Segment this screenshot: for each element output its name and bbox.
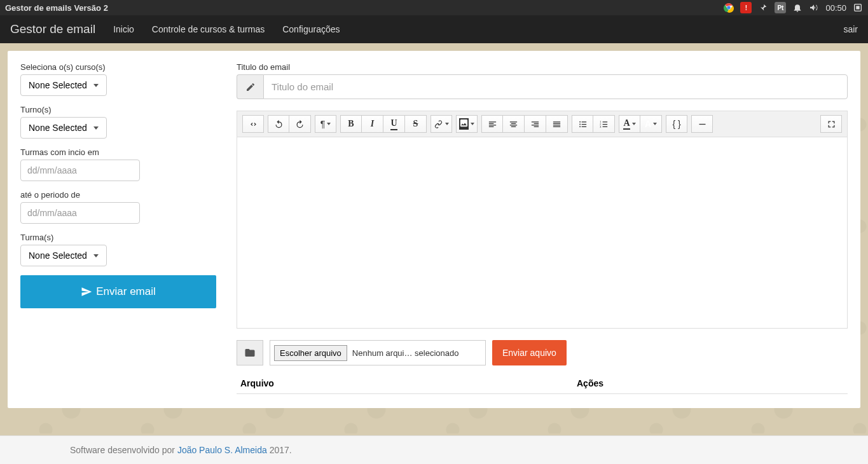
title-label: Titulo do email bbox=[237, 62, 848, 72]
paper-plane-icon bbox=[81, 286, 92, 297]
align-left-icon[interactable] bbox=[481, 115, 503, 133]
choose-file-button[interactable]: Escolher arquivo bbox=[274, 345, 347, 361]
svg-point-4 bbox=[579, 121, 581, 122]
turno-label: Turno(s) bbox=[20, 105, 223, 114]
svg-point-6 bbox=[579, 126, 581, 127]
chevron-down-icon bbox=[93, 126, 99, 130]
file-status-text: Nenhum arqui… selecionado bbox=[352, 348, 459, 358]
main-area: Titulo do email ¶ B bbox=[237, 62, 848, 394]
inicio-date-input[interactable] bbox=[20, 160, 140, 181]
editor-toolbar: ¶ B I U S bbox=[237, 111, 847, 137]
language-indicator[interactable]: Pt bbox=[775, 2, 786, 13]
file-input[interactable]: Escolher arquivo Nenhum arqui… seleciona… bbox=[270, 340, 486, 365]
svg-text:3: 3 bbox=[600, 125, 601, 128]
strike-icon[interactable]: S bbox=[405, 115, 427, 133]
underline-icon[interactable]: U bbox=[383, 115, 405, 133]
bg-color-icon[interactable]: A bbox=[640, 115, 662, 133]
italic-icon[interactable]: I bbox=[362, 115, 383, 133]
email-title-input[interactable] bbox=[263, 74, 848, 99]
sidebar: Seleciona o(s) curso(s) None Selected Tu… bbox=[20, 62, 223, 394]
svg-point-5 bbox=[579, 123, 581, 125]
paragraph-icon[interactable]: ¶ bbox=[315, 115, 336, 133]
turno-select[interactable]: None Selected bbox=[20, 117, 107, 139]
footer-suffix: 2017. bbox=[267, 445, 292, 455]
session-icon[interactable] bbox=[853, 3, 863, 13]
chrome-icon[interactable] bbox=[724, 3, 734, 13]
fim-date-input[interactable] bbox=[20, 202, 140, 224]
send-email-button[interactable]: Enviar email bbox=[20, 275, 216, 308]
chevron-down-icon bbox=[93, 84, 99, 87]
turma-label: Turma(s) bbox=[20, 233, 223, 242]
upload-file-button[interactable]: Enviar aquivo bbox=[492, 340, 567, 365]
alert-icon[interactable]: ! bbox=[740, 2, 752, 13]
file-upload-row: Escolher arquivo Nenhum arqui… seleciona… bbox=[237, 340, 848, 365]
pencil-icon bbox=[237, 74, 263, 99]
align-center-icon[interactable] bbox=[503, 115, 525, 133]
undo-icon[interactable] bbox=[268, 115, 289, 133]
turma-selected: None Selected bbox=[29, 250, 87, 261]
curso-label: Seleciona o(s) curso(s) bbox=[20, 62, 223, 72]
os-clock: 00:50 bbox=[825, 3, 846, 13]
align-right-icon[interactable] bbox=[525, 115, 546, 133]
svg-rect-3 bbox=[856, 6, 859, 9]
fim-label: até o periodo de bbox=[20, 190, 223, 200]
nav-inicio[interactable]: Inicio bbox=[113, 24, 134, 34]
svg-rect-10 bbox=[699, 123, 705, 124]
list-ul-icon[interactable] bbox=[572, 115, 593, 133]
send-email-label: Enviar email bbox=[96, 285, 156, 298]
page-footer: Software desenvolvido por João Paulo S. … bbox=[0, 435, 868, 464]
inicio-label: Turmas com incio em bbox=[20, 147, 223, 157]
attachments-header: Arquivo Ações bbox=[237, 373, 848, 394]
hr-icon[interactable] bbox=[691, 115, 713, 133]
app-nav: Gestor de email Inicio Controle de curso… bbox=[0, 15, 868, 43]
editor-body[interactable] bbox=[237, 137, 847, 328]
footer-author-link[interactable]: João Paulo S. Almeida bbox=[177, 445, 267, 455]
col-arquivo: Arquivo bbox=[240, 378, 577, 388]
image-icon[interactable] bbox=[456, 115, 478, 133]
font-color-icon[interactable]: A bbox=[619, 115, 640, 133]
link-icon[interactable] bbox=[431, 115, 452, 133]
app-brand: Gestor de email bbox=[10, 22, 95, 36]
svg-point-1 bbox=[727, 6, 731, 9]
volume-icon[interactable] bbox=[809, 3, 819, 13]
nav-config[interactable]: Configurações bbox=[282, 24, 340, 34]
nav-cursos[interactable]: Controle de cursos & turmas bbox=[152, 24, 265, 34]
bold-icon[interactable]: B bbox=[340, 115, 362, 133]
align-justify-icon[interactable] bbox=[546, 115, 568, 133]
fullscreen-icon[interactable] bbox=[820, 115, 842, 133]
code-icon[interactable] bbox=[242, 115, 264, 133]
main-panel: Seleciona o(s) curso(s) None Selected Tu… bbox=[8, 51, 860, 408]
pin-icon[interactable] bbox=[758, 3, 768, 13]
curso-select[interactable]: None Selected bbox=[20, 74, 107, 96]
col-acoes: Ações bbox=[577, 378, 844, 388]
list-ol-icon[interactable]: 123 bbox=[593, 115, 615, 133]
curso-selected: None Selected bbox=[29, 80, 87, 90]
turma-select[interactable]: None Selected bbox=[20, 245, 107, 266]
rich-editor: ¶ B I U S bbox=[237, 111, 848, 329]
chevron-down-icon bbox=[93, 254, 99, 257]
braces-icon[interactable]: { } bbox=[666, 115, 687, 133]
nav-logout[interactable]: sair bbox=[843, 24, 858, 34]
os-window-title: Gestor de emails Versão 2 bbox=[5, 3, 724, 13]
redo-icon[interactable] bbox=[289, 115, 311, 133]
footer-prefix: Software desenvolvido por bbox=[70, 445, 177, 455]
folder-icon bbox=[237, 340, 263, 365]
bell-icon[interactable] bbox=[792, 3, 803, 13]
os-tray: ! Pt 00:50 bbox=[724, 2, 863, 13]
turno-selected: None Selected bbox=[29, 123, 87, 133]
os-top-bar: Gestor de emails Versão 2 ! Pt 00:50 bbox=[0, 0, 868, 15]
